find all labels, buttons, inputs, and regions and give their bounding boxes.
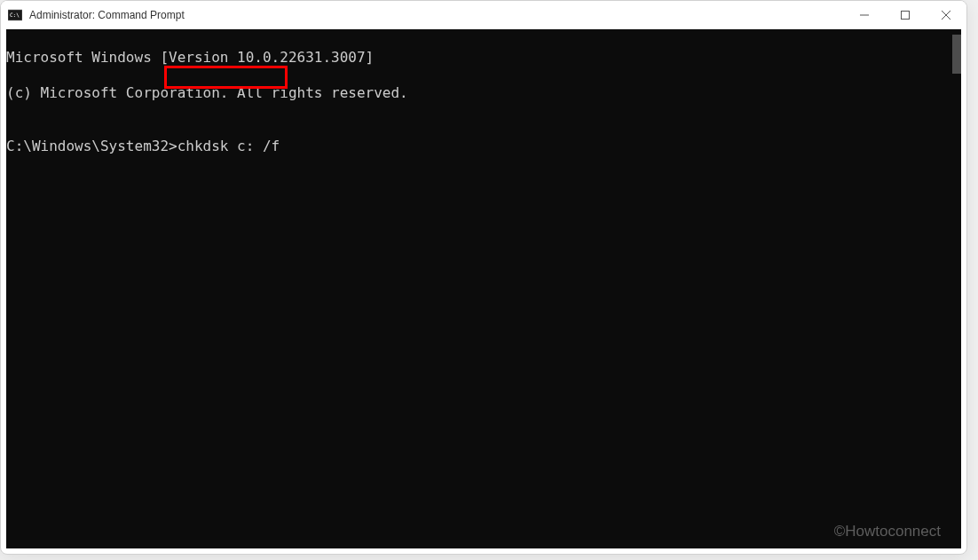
terminal-content: Microsoft Windows [Version 10.0.22631.30… (6, 29, 961, 173)
svg-text:C:\: C:\ (10, 12, 20, 18)
maximize-button[interactable] (885, 1, 926, 29)
command-prompt-window: C:\ Administrator: Command Prompt (0, 0, 967, 555)
close-button[interactable] (926, 1, 966, 29)
terminal-line-version: Microsoft Windows [Version 10.0.22631.30… (6, 49, 961, 67)
titlebar[interactable]: C:\ Administrator: Command Prompt (1, 1, 966, 29)
watermark-text: ©Howtoconnect (834, 523, 941, 540)
minimize-button[interactable] (844, 1, 885, 29)
terminal-area[interactable]: Microsoft Windows [Version 10.0.22631.30… (6, 29, 961, 548)
window-controls (844, 1, 966, 29)
terminal-line-copyright: (c) Microsoft Corporation. All rights re… (6, 84, 961, 102)
cmd-icon: C:\ (8, 8, 22, 22)
terminal-prompt: C:\Windows\System32> (6, 138, 177, 154)
close-icon (942, 11, 950, 20)
vertical-scrollbar[interactable] (949, 29, 961, 548)
minimize-icon (860, 11, 869, 20)
terminal-command[interactable]: chkdsk c: /f (177, 138, 280, 154)
svg-rect-3 (902, 12, 910, 20)
window-title: Administrator: Command Prompt (29, 9, 844, 21)
maximize-icon (901, 11, 910, 20)
scrollbar-thumb[interactable] (952, 35, 961, 74)
